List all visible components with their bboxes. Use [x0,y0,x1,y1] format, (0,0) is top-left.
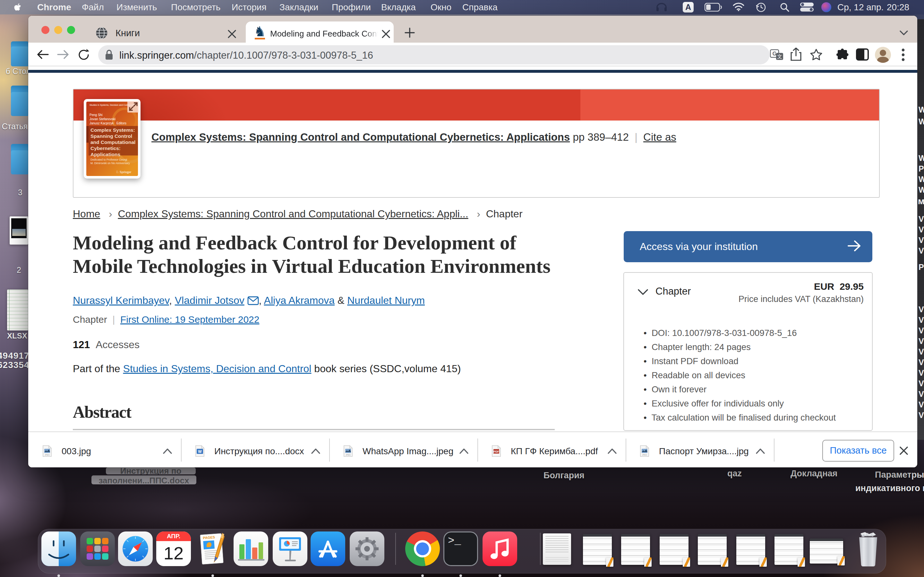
svg-text:W: W [198,450,202,454]
svg-text:Applications: Applications [90,152,120,157]
svg-text:Cybernetics:: Cybernetics: [90,145,121,151]
svg-text:Peng Shi: Peng Shi [89,113,103,117]
svg-text:PDF: PDF [493,450,499,453]
svg-text:JPEG: JPEG [45,454,50,456]
svg-text:G: G [772,51,776,57]
svg-text:文: 文 [777,54,782,59]
svg-text:Dedicated to Professor Georgi: Dedicated to Professor Georgi [90,158,127,161]
svg-text:Janusz Kacprzyk Editors: Janusz Kacprzyk Editors [89,121,126,125]
svg-text:M. Dimirovski on his Anniversa: M. Dimirovski on his Anniversary [90,161,130,165]
svg-text:♘ Springer: ♘ Springer [116,170,132,174]
svg-text:Spanning Control: Spanning Control [90,133,132,139]
svg-text:and Computational: and Computational [90,139,136,145]
svg-text:JPEG: JPEG [346,454,351,456]
svg-text:Complex Systems:: Complex Systems: [90,127,135,133]
svg-text:Jovan Stefanovski: Jovan Stefanovski [89,117,115,121]
svg-text:JPEG: JPEG [642,454,647,456]
